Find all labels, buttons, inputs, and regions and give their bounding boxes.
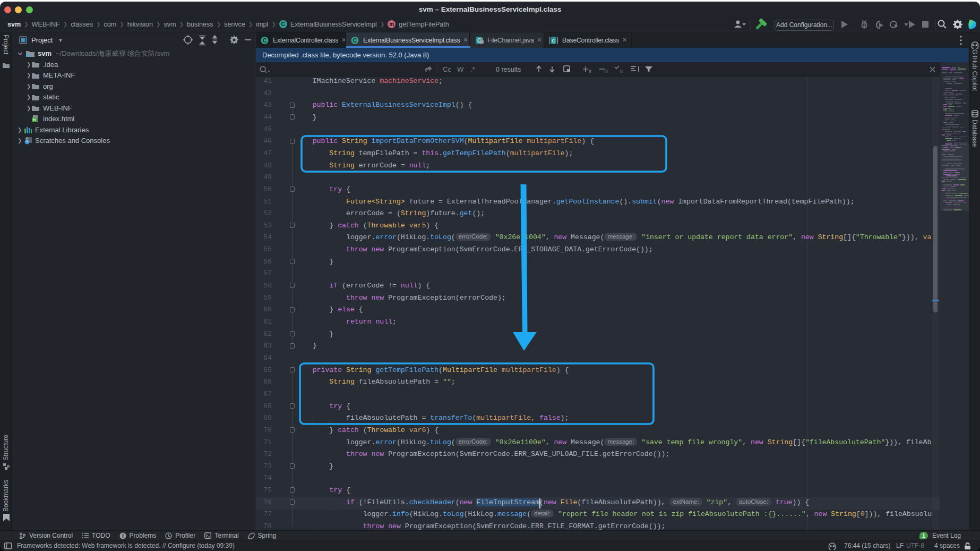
svg-text:C: C: [353, 37, 357, 43]
svg-text:H: H: [33, 118, 36, 122]
svg-text:C: C: [263, 37, 267, 43]
svg-text:C: C: [552, 38, 555, 43]
